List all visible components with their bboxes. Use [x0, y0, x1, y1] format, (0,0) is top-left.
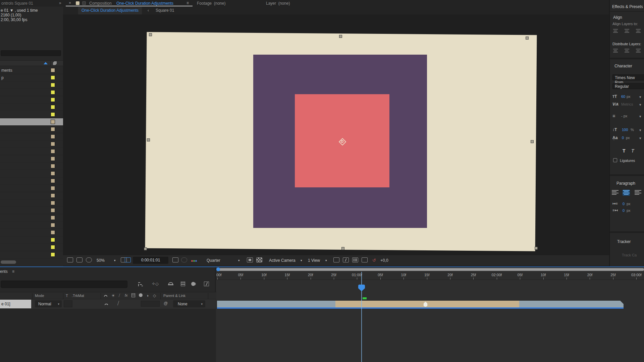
color-label[interactable]: [51, 98, 55, 102]
color-label[interactable]: [51, 127, 55, 131]
align-left-icon[interactable]: [613, 29, 619, 33]
chevron-down-icon[interactable]: ▾: [325, 259, 327, 262]
list-item[interactable]: [0, 251, 63, 258]
chevron-down-icon[interactable]: ▾: [639, 103, 641, 107]
column-t[interactable]: T: [66, 294, 68, 298]
timeline-columns-icon[interactable]: [352, 257, 358, 262]
tab-layer[interactable]: Layer (none): [266, 1, 290, 6]
list-item[interactable]: [0, 214, 63, 222]
composition-name-link[interactable]: One-Click Duration Adjustments: [116, 1, 173, 6]
navigator-start-handle[interactable]: [216, 267, 220, 271]
align-right-icon[interactable]: [636, 29, 641, 33]
snapshot-camera-icon[interactable]: [172, 257, 178, 262]
panel-menu-icon[interactable]: ≡: [12, 269, 14, 274]
frame-blending-icon[interactable]: [180, 281, 186, 287]
channels-icon[interactable]: [191, 258, 197, 263]
fast-previews-icon[interactable]: [343, 257, 349, 262]
view-camera-dropdown[interactable]: Active Camera: [269, 258, 296, 263]
close-icon[interactable]: ×: [69, 1, 71, 5]
color-label[interactable]: [51, 238, 55, 242]
parent-link-dropdown[interactable]: None▾: [173, 300, 205, 307]
color-label[interactable]: [51, 75, 55, 80]
layer-bar-left-segment[interactable]: [217, 301, 335, 308]
time-ruler[interactable]: 0:00f05f10f15f20f25f01:00f05f10f15f20f25…: [216, 272, 644, 280]
checkerboard-icon[interactable]: [256, 257, 262, 262]
adjustment-column-icon[interactable]: ◑: [146, 293, 149, 298]
resolution-dropdown[interactable]: Quarter: [207, 258, 220, 263]
graph-editor-icon[interactable]: [203, 281, 210, 287]
threed-column-icon[interactable]: ◇: [153, 293, 156, 298]
color-label[interactable]: [51, 208, 55, 213]
navigator-bar[interactable]: [217, 268, 644, 271]
view-layout-dropdown[interactable]: 1 View: [308, 258, 320, 263]
selection-handle[interactable]: [535, 247, 538, 250]
magnification-dropdown[interactable]: 50%: [97, 258, 105, 263]
list-item[interactable]: [0, 163, 63, 170]
list-item[interactable]: [0, 104, 63, 111]
shy-layers-icon[interactable]: [168, 281, 174, 287]
tracker-panel-title[interactable]: Tracker: [617, 239, 631, 244]
color-label[interactable]: [51, 201, 55, 205]
selection-handle[interactable]: [149, 33, 152, 36]
distribute-vcenter-icon[interactable]: [625, 49, 630, 53]
pick-whip-icon[interactable]: @: [164, 301, 168, 306]
region-of-interest-icon[interactable]: [125, 257, 131, 262]
pixel-aspect-icon[interactable]: [333, 257, 339, 262]
chevron-down-icon[interactable]: ▾: [639, 114, 641, 119]
list-item[interactable]: [0, 229, 63, 236]
selection-handle[interactable]: [341, 247, 344, 250]
list-item[interactable]: [0, 222, 63, 229]
shy-switch[interactable]: [105, 301, 108, 306]
font-style-dropdown[interactable]: Regular: [612, 83, 644, 89]
color-label[interactable]: [51, 164, 55, 168]
color-label[interactable]: [51, 105, 55, 109]
faux-italic-button[interactable]: T: [631, 148, 634, 154]
flowchart-icon[interactable]: [362, 257, 368, 262]
color-label[interactable]: [51, 120, 55, 124]
chevron-down-icon[interactable]: ▾: [114, 259, 116, 262]
time-navigator[interactable]: [216, 267, 644, 272]
viewer-tab-active[interactable]: One-Click Duration Adjustments: [78, 7, 142, 14]
chevron-down-icon[interactable]: ▾: [639, 128, 641, 132]
quality-column-icon[interactable]: ⧸: [119, 293, 120, 298]
baseline-shift-value[interactable]: 0: [622, 136, 624, 140]
color-label[interactable]: [51, 83, 55, 87]
chevron-down-icon[interactable]: ▾: [639, 136, 641, 140]
font-size-value[interactable]: 60: [621, 95, 625, 99]
left-panel-tab-clipped[interactable]: ontrols Square 01: [1, 1, 52, 6]
color-label[interactable]: [51, 90, 55, 95]
draft-3d-icon[interactable]: ✧◇: [152, 281, 158, 287]
color-label[interactable]: [51, 230, 55, 235]
exposure-value[interactable]: +0,0: [380, 258, 388, 263]
composition-panel-label[interactable]: Composition: [89, 1, 112, 6]
chevron-left-icon[interactable]: ‹: [148, 8, 149, 13]
monitor-icon[interactable]: [76, 257, 83, 262]
color-label[interactable]: [51, 68, 55, 72]
list-item[interactable]: [0, 126, 63, 133]
mask-visibility-icon[interactable]: [86, 257, 92, 262]
reset-exposure-icon[interactable]: ↺: [372, 258, 376, 263]
list-item[interactable]: p: [0, 74, 63, 81]
color-label[interactable]: [51, 179, 55, 183]
horizontal-scrollbar[interactable]: [1, 260, 16, 264]
list-item[interactable]: [0, 111, 63, 118]
paragraph-panel-title[interactable]: Paragraph: [616, 181, 635, 186]
panel-overflow-icon[interactable]: »: [59, 1, 61, 5]
track-camera-button[interactable]: Track Ca: [622, 253, 637, 257]
selection-handle[interactable]: [526, 37, 529, 40]
anchor-point-icon[interactable]: [338, 138, 346, 146]
color-label[interactable]: [51, 142, 55, 146]
list-item[interactable]: [0, 81, 63, 89]
switch-cells[interactable]: [141, 301, 160, 307]
align-panel-title[interactable]: Align: [613, 15, 622, 20]
align-center-icon[interactable]: [625, 29, 630, 33]
selection-handle[interactable]: [339, 35, 342, 38]
collapse-column-icon[interactable]: ☀: [111, 293, 115, 298]
color-label[interactable]: [51, 223, 55, 227]
list-item[interactable]: [0, 118, 63, 126]
color-label[interactable]: [51, 216, 55, 220]
project-search-input[interactable]: [1, 50, 61, 56]
trkmat-cell[interactable]: [64, 300, 72, 307]
column-parent-link[interactable]: Parent & Link: [163, 294, 185, 298]
list-item[interactable]: [0, 148, 63, 155]
